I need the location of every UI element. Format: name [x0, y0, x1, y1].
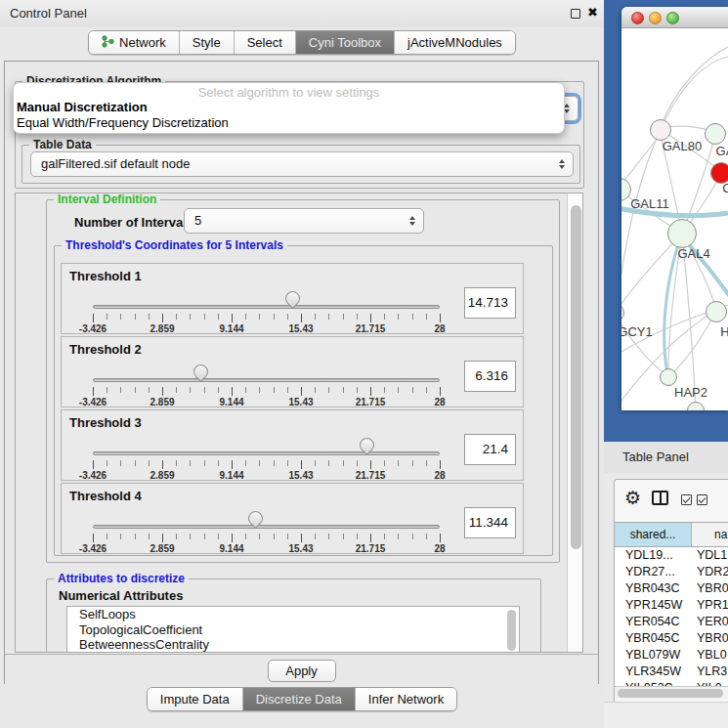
numerical-attributes-label: Numerical Attributes [59, 588, 183, 603]
table-cell-shared[interactable]: YBL079W [615, 647, 692, 664]
float-window-icon[interactable] [571, 9, 580, 19]
threshold-value-field[interactable]: 21.4 [464, 434, 516, 465]
slider-track[interactable] [93, 525, 440, 529]
table-data-combobox[interactable]: galFiltered.sif default node [30, 151, 574, 177]
settings-scrollbar[interactable] [567, 193, 583, 653]
attribute-list-item[interactable]: SelfLoops [67, 607, 519, 622]
bottom-tabs-group: Impute DataDiscretize DataInfer Network [147, 687, 457, 711]
tab-jactivemnodules[interactable]: jActiveMNodules [394, 31, 515, 54]
column-header-name[interactable]: na [692, 523, 728, 546]
table-hscrollbar[interactable] [615, 686, 728, 699]
network-node-ga[interactable] [705, 123, 726, 145]
tab-label: Style [193, 35, 221, 50]
table-cell-name[interactable]: YPR1 [692, 597, 728, 614]
slider-track[interactable] [93, 451, 440, 455]
slider-major-tick [440, 314, 441, 322]
columns-icon[interactable] [652, 491, 668, 505]
tab-infer-network[interactable]: Infer Network [355, 688, 456, 710]
table-row[interactable]: YDR27...YDR2 [615, 564, 728, 580]
number-of-intervals-combobox[interactable]: 5 [184, 208, 424, 234]
table-cell-shared[interactable]: YDL19... [615, 547, 692, 564]
minimize-traffic-light[interactable] [649, 12, 662, 24]
algorithm-popup-item[interactable]: Equal Width/Frequency Discretization [14, 115, 564, 131]
threshold-label: Threshold 1 [69, 269, 142, 283]
table-row[interactable]: YBL079WYBL0 [615, 647, 728, 664]
slider-track[interactable] [93, 305, 440, 309]
settings-scrollbar-thumb[interactable] [571, 205, 581, 549]
tab-label: Impute Data [160, 692, 230, 707]
threshold-slider[interactable]: -3.4262.8599.14415.4321.71528 [93, 442, 440, 487]
table-hscrollbar-thumb[interactable] [618, 689, 723, 698]
top-tabs-group: NetworkStyleSelectCyni ToolboxjActiveMNo… [88, 30, 516, 55]
threshold-value-field[interactable]: 11.344 [464, 507, 516, 538]
network-icon [102, 35, 114, 51]
slider-track[interactable] [93, 378, 440, 382]
table-cell-name[interactable]: YBR0 [692, 630, 728, 647]
threshold-panel: Threshold 4-3.4262.8599.14415.4321.71528… [61, 483, 524, 554]
attribute-list-item[interactable]: BetweennessCentrality [67, 637, 519, 653]
table-cell-name[interactable]: YBR0 [692, 580, 728, 597]
tab-select[interactable]: Select [234, 31, 295, 54]
node-label: HAP2 [674, 385, 707, 400]
column-header-shared[interactable]: shared... [615, 523, 692, 546]
slider-minor-ticks [93, 314, 440, 320]
network-canvas[interactable]: GAL80GACGAL11GAL4GCY1HHAP2 [621, 29, 728, 410]
tab-impute-data[interactable]: Impute Data [148, 688, 242, 710]
table-row[interactable]: YBR043CYBR0 [615, 580, 728, 597]
table-cell-shared[interactable]: YPR145W [615, 597, 692, 614]
algorithm-popup-item[interactable]: Manual Discretization [14, 100, 564, 115]
tab-cyni-toolbox[interactable]: Cyni Toolbox [295, 31, 394, 54]
close-traffic-light[interactable] [631, 12, 644, 24]
zoom-traffic-light[interactable] [666, 12, 679, 24]
thresholds-title: Threshold's Coordinates for 5 Intervals [62, 237, 287, 253]
slider-tick-label: -3.426 [79, 397, 107, 407]
table-row[interactable]: YDL19...YDL1 [615, 547, 728, 564]
slider-major-tick [232, 460, 233, 469]
table-cell-name[interactable]: YLR3 [692, 664, 728, 680]
table-cell-shared[interactable]: YDR27... [615, 564, 692, 580]
table-cell-name[interactable]: YER0 [692, 614, 728, 630]
network-node-gal4[interactable] [667, 219, 697, 248]
threshold-slider[interactable]: -3.4262.8599.14415.4321.71528 [93, 295, 440, 340]
control-panel-titlebar: Control Panel ✖ [0, 0, 604, 27]
table-row[interactable]: YBR045CYBR0 [615, 630, 728, 647]
threshold-value-field[interactable]: 14.713 [464, 287, 516, 319]
node-label: GCY1 [621, 324, 653, 339]
network-window-titlebar[interactable] [621, 7, 728, 28]
network-node-hap2[interactable] [660, 368, 677, 386]
apply-button[interactable]: Apply [268, 660, 336, 682]
slider-tick-label: 2.859 [150, 543, 174, 554]
numerical-attributes-list[interactable]: SelfLoopsTopologicalCoefficientBetweenne… [66, 606, 520, 653]
slider-major-tick [162, 314, 163, 322]
slider-tick-label: 21.715 [356, 323, 386, 334]
table-row[interactable]: YER054CYER0 [615, 614, 728, 630]
table-cell-name[interactable]: YDL1 [692, 547, 728, 564]
tab-label: Network [119, 35, 166, 50]
network-node-h[interactable] [706, 301, 727, 322]
table-cell-shared[interactable]: YBR043C [615, 580, 692, 597]
attribute-list-item[interactable]: TopologicalCoefficient [67, 622, 519, 638]
checkbox-icon[interactable] [681, 494, 692, 505]
table-cell-shared[interactable]: YER054C [615, 614, 692, 630]
combo-stepper-icon [409, 216, 415, 226]
list-scrollbar-thumb[interactable] [507, 610, 516, 651]
threshold-slider[interactable]: -3.4262.8599.14415.4321.71528 [93, 515, 440, 560]
tab-discretize-data[interactable]: Discretize Data [242, 688, 355, 710]
threshold-slider[interactable]: -3.4262.8599.14415.4321.71528 [93, 368, 440, 413]
threshold-value-field[interactable]: 6.316 [464, 361, 516, 392]
table-cell-shared[interactable]: YBR045C [615, 630, 692, 647]
table-row[interactable]: YPR145WYPR1 [615, 597, 728, 614]
tab-network[interactable]: Network [89, 31, 179, 54]
checkbox-icon[interactable] [697, 494, 707, 505]
close-icon[interactable]: ✖ [587, 5, 598, 20]
algorithm-prompt-item[interactable]: Select algorithm to view settings [14, 85, 564, 100]
slider-tick-label: 2.859 [150, 323, 174, 334]
tab-style[interactable]: Style [179, 31, 234, 54]
table-row[interactable]: YLR345WYLR3 [615, 664, 728, 680]
table-cell-name[interactable]: YDR2 [692, 564, 728, 580]
slider-major-tick [301, 534, 302, 542]
table-cell-shared[interactable]: YLR345W [615, 664, 692, 680]
slider-major-tick [301, 314, 302, 322]
table-cell-name[interactable]: YBL0 [692, 647, 728, 664]
gear-icon[interactable]: ⚙ [624, 487, 641, 508]
